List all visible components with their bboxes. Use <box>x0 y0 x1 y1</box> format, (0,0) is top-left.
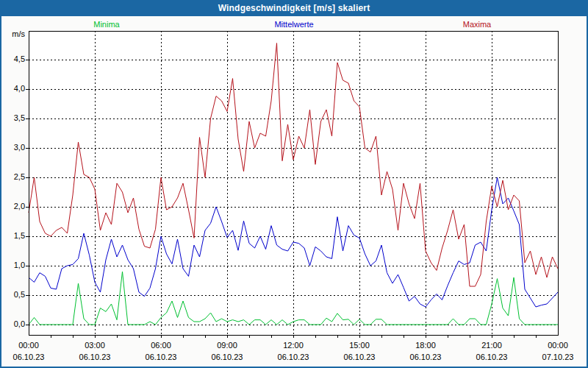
x-tick-date-label: 06.10.23 <box>264 353 323 361</box>
x-tick-time-label: 00:00 <box>0 341 58 350</box>
y-tick-label: 1,5 <box>0 231 25 241</box>
y-tick-label: 4,0 <box>0 84 25 93</box>
x-tick-date-label: 06.10.23 <box>65 353 124 361</box>
y-tick-label: 4,5 <box>0 54 25 64</box>
legend-maxima: Maxima <box>433 20 521 30</box>
x-tick-time-label: 03:00 <box>65 341 124 350</box>
x-tick-date-label: 06.10.23 <box>396 353 455 361</box>
chart-window: Windgeschwindigkeit [m/s] skaliert Minim… <box>0 0 588 368</box>
x-tick-time-label: 06:00 <box>132 341 190 350</box>
x-tick-date-label: 06.10.23 <box>462 353 521 361</box>
x-tick-date-label: 06.10.23 <box>198 353 257 361</box>
x-tick-time-label: 21:00 <box>462 341 521 350</box>
x-tick-date-label: 06.10.23 <box>0 353 58 361</box>
window-titlebar[interactable]: Windgeschwindigkeit [m/s] skaliert <box>0 0 588 16</box>
x-tick-time-label: 18:00 <box>396 341 455 350</box>
y-tick-label: 2,0 <box>0 202 25 211</box>
y-tick-label: 1,0 <box>0 261 25 270</box>
wind-speed-chart <box>29 31 559 344</box>
y-tick-label: 0,5 <box>0 290 25 300</box>
x-tick-time-label: 15:00 <box>330 341 389 350</box>
y-tick-label: 2,5 <box>0 172 25 182</box>
x-tick-date-label: 07.10.23 <box>528 353 587 361</box>
y-tick-label: 0,0 <box>0 319 25 329</box>
legend-minima: Minima <box>62 20 151 30</box>
x-tick-date-label: 06.10.23 <box>330 353 389 361</box>
legend-mittelwerte: Mittelwerte <box>250 20 338 30</box>
y-tick-label: 3,5 <box>0 113 25 123</box>
x-tick-time-label: 09:00 <box>198 341 257 350</box>
x-tick-time-label: 00:00 <box>528 341 587 350</box>
x-tick-date-label: 06.10.23 <box>132 353 190 361</box>
window-title: Windgeschwindigkeit [m/s] skaliert <box>218 3 370 13</box>
y-tick-label: 3,0 <box>0 143 25 152</box>
x-tick-time-label: 12:00 <box>264 341 323 350</box>
y-axis-unit-label: m/s <box>0 29 25 38</box>
